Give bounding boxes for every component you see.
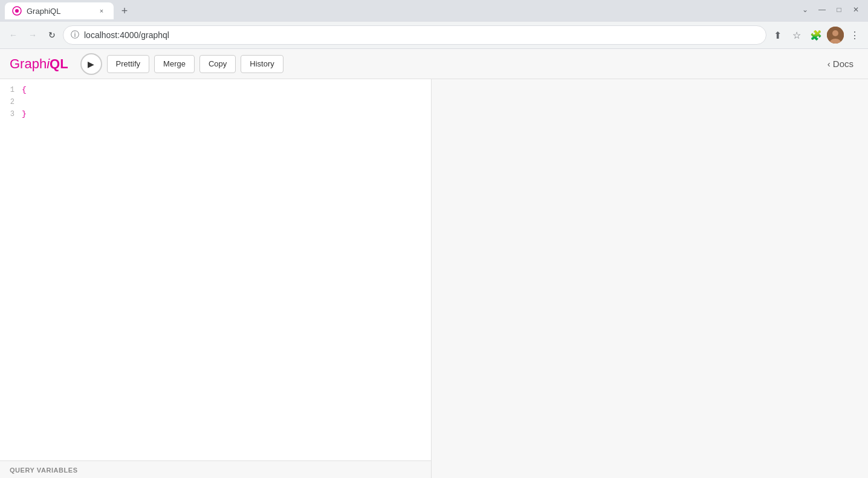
prettify-button[interactable]: Prettify <box>107 55 149 73</box>
active-tab[interactable]: GraphiQL × <box>5 2 114 19</box>
address-text: localhost:4000/graphql <box>84 30 169 40</box>
logo-prefix: Graph <box>10 56 47 71</box>
address-bar-actions: ⬆ ☆ 🧩 ⋮ <box>769 27 863 44</box>
docs-button[interactable]: ‹ Docs <box>823 56 858 71</box>
svg-point-3 <box>832 30 838 36</box>
graphiql-toolbar: GraphiQL ▶ Prettify Merge Copy History ‹… <box>0 49 868 79</box>
query-variables-label: QUERY VARIABLES <box>10 467 78 474</box>
back-button[interactable]: ← <box>5 27 22 44</box>
docs-label: Docs <box>833 59 853 69</box>
tab-close-button[interactable]: × <box>97 6 106 16</box>
code-line-3: 3 } <box>0 108 431 120</box>
secure-icon: ⓘ <box>71 30 79 40</box>
address-bar-row: ← → ↻ ⓘ localhost:4000/graphql ⬆ ☆ 🧩 ⋮ <box>0 22 868 48</box>
tab-title: GraphiQL <box>27 7 60 16</box>
copy-button[interactable]: Copy <box>199 55 236 73</box>
graphiql-app: GraphiQL ▶ Prettify Merge Copy History ‹… <box>0 49 868 478</box>
avatar[interactable] <box>827 27 844 44</box>
chevron-down-icon[interactable]: ⌄ <box>798 2 812 17</box>
history-button[interactable]: History <box>241 55 283 73</box>
bookmark-button[interactable]: ☆ <box>788 27 805 44</box>
run-button[interactable]: ▶ <box>80 53 102 75</box>
line-number-3: 3 <box>0 108 22 120</box>
line-number-1: 1 <box>0 84 22 96</box>
response-panel <box>432 79 868 478</box>
close-window-button[interactable]: ✕ <box>849 2 863 17</box>
run-icon: ▶ <box>88 59 94 69</box>
docs-chevron-icon: ‹ <box>828 59 831 69</box>
svg-point-1 <box>15 9 19 13</box>
menu-button[interactable]: ⋮ <box>846 27 863 44</box>
minimize-button[interactable]: — <box>815 2 829 17</box>
code-editor[interactable]: 1 { 2 3 } <box>0 79 431 460</box>
code-line-1: 1 { <box>0 84 431 96</box>
forward-button[interactable]: → <box>24 27 41 44</box>
maximize-button[interactable]: □ <box>832 2 846 17</box>
logo-suffix: QL <box>50 56 68 71</box>
line-content-3: } <box>22 108 431 120</box>
tab-bar: GraphiQL × + <box>0 0 868 22</box>
line-content-1: { <box>22 84 431 96</box>
new-tab-button[interactable]: + <box>116 2 133 19</box>
graphiql-logo: GraphiQL <box>10 56 68 72</box>
address-bar[interactable]: ⓘ localhost:4000/graphql <box>63 25 766 45</box>
merge-button[interactable]: Merge <box>154 55 195 73</box>
graphiql-content: 1 { 2 3 } QUERY VARIABLES <box>0 79 868 478</box>
code-line-2: 2 <box>0 96 431 108</box>
share-button[interactable]: ⬆ <box>769 27 786 44</box>
window-controls: ⌄ — □ ✕ <box>798 2 863 17</box>
reload-button[interactable]: ↻ <box>44 27 60 44</box>
line-number-2: 2 <box>0 96 22 108</box>
editor-panel: 1 { 2 3 } QUERY VARIABLES <box>0 79 432 478</box>
tab-favicon <box>12 6 22 16</box>
extensions-button[interactable]: 🧩 <box>808 27 824 44</box>
query-variables-bar[interactable]: QUERY VARIABLES <box>0 460 431 478</box>
